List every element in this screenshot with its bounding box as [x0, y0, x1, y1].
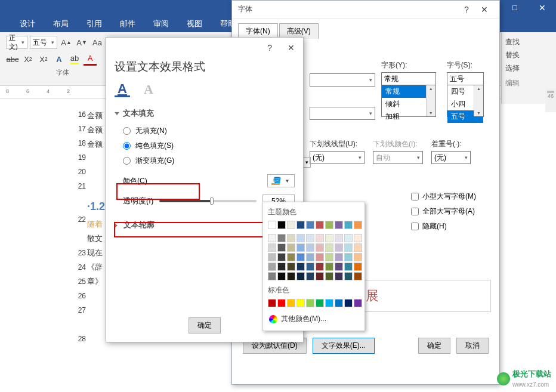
more-colors-button[interactable]: 其他颜色(M)... [268, 312, 360, 326]
color-swatch[interactable] [268, 263, 276, 271]
color-swatch[interactable] [287, 272, 295, 280]
color-swatch[interactable] [296, 243, 305, 252]
emphasis-combo[interactable]: (无)▾ [431, 151, 471, 164]
color-swatch[interactable] [306, 243, 314, 252]
color-swatch[interactable] [296, 299, 305, 307]
color-swatch[interactable] [277, 243, 286, 252]
color-swatch[interactable] [296, 234, 305, 242]
close-window-button[interactable]: ✕ [529, 0, 556, 16]
radio-no-fill[interactable]: 无填充(N) [123, 126, 295, 136]
color-swatch[interactable] [277, 299, 286, 307]
superscript-icon[interactable]: X2 [37, 53, 50, 66]
color-swatch[interactable] [306, 234, 314, 242]
color-swatch[interactable] [268, 221, 276, 229]
color-swatch[interactable] [268, 234, 276, 242]
color-swatch[interactable] [335, 263, 343, 271]
color-swatch[interactable] [325, 243, 333, 252]
font-size-combo[interactable]: 五号▾ [30, 36, 57, 49]
color-swatch[interactable] [277, 253, 286, 261]
color-swatch[interactable] [316, 243, 324, 252]
color-swatch[interactable] [306, 221, 314, 229]
vertical-scrollbar[interactable] [545, 88, 556, 112]
scrollbar[interactable] [474, 85, 483, 116]
color-swatch[interactable] [344, 234, 353, 242]
color-swatch[interactable] [316, 299, 324, 307]
color-picker-button[interactable]: 🪣 ▼ [267, 174, 295, 187]
text-effect-button[interactable]: 文字效果(E)... [313, 338, 375, 354]
color-swatch[interactable] [335, 221, 343, 229]
ok-button[interactable]: 确定 [418, 338, 450, 354]
scrollbar[interactable] [426, 85, 435, 116]
color-swatch[interactable] [335, 299, 343, 307]
color-swatch[interactable] [287, 253, 295, 261]
replace-button[interactable]: 替换 [505, 50, 552, 60]
color-swatch[interactable] [287, 234, 295, 242]
color-swatch[interactable] [354, 263, 362, 271]
color-swatch[interactable] [316, 221, 324, 229]
color-swatch[interactable] [268, 299, 276, 307]
color-swatch[interactable] [335, 243, 343, 252]
ribbon-tab[interactable]: 引用 [78, 16, 111, 32]
color-swatch[interactable] [277, 263, 286, 271]
color-swatch[interactable] [296, 272, 305, 280]
color-swatch[interactable] [306, 272, 314, 280]
color-swatch[interactable] [344, 253, 353, 261]
color-swatch[interactable] [354, 272, 362, 280]
style-input[interactable]: 常规 [381, 72, 436, 85]
radio-solid-fill[interactable]: 纯色填充(S) [123, 141, 295, 151]
color-swatch[interactable] [325, 272, 333, 280]
color-swatch[interactable] [277, 272, 286, 280]
ucolor-combo[interactable]: 自动▾ [373, 151, 423, 164]
font-color-icon[interactable]: A [84, 53, 97, 66]
color-swatch[interactable] [316, 234, 324, 242]
underline-combo[interactable]: (无)▾ [310, 151, 365, 164]
font-combo[interactable]: ▾ [310, 73, 375, 87]
help-icon[interactable]: ? [267, 43, 272, 53]
color-swatch[interactable] [268, 253, 276, 261]
color-swatch[interactable] [306, 253, 314, 261]
chevron-down-icon[interactable]: ▾ [302, 157, 311, 168]
subscript-icon[interactable]: X2 [21, 53, 35, 66]
help-button[interactable]: ? [458, 5, 475, 14]
color-swatch[interactable] [354, 243, 362, 252]
color-swatch[interactable] [354, 299, 362, 307]
color-swatch[interactable] [325, 263, 333, 271]
color-swatch[interactable] [306, 263, 314, 271]
color-swatch[interactable] [354, 234, 362, 242]
increase-font-icon[interactable]: A▲ [60, 36, 73, 49]
color-swatch[interactable] [316, 263, 324, 271]
maximize-button[interactable]: ☐ [501, 0, 529, 16]
ribbon-tab[interactable]: 设计 [11, 16, 44, 32]
text-fill-mode-icon[interactable]: A [115, 82, 130, 97]
ribbon-tab[interactable]: 审阅 [144, 16, 178, 32]
color-swatch[interactable] [344, 243, 353, 252]
chk-hidden[interactable]: 隐藏(H) [411, 221, 476, 232]
color-swatch[interactable] [335, 234, 343, 242]
opacity-slider[interactable] [159, 200, 257, 202]
color-swatch[interactable] [268, 243, 276, 252]
color-swatch[interactable] [344, 221, 353, 229]
color-swatch[interactable] [277, 234, 286, 242]
color-swatch[interactable] [325, 253, 333, 261]
section-text-fill[interactable]: 文本填充 [115, 108, 295, 119]
color-swatch[interactable] [354, 253, 362, 261]
color-swatch[interactable] [335, 272, 343, 280]
close-icon[interactable]: ✕ [288, 43, 295, 53]
ok-button[interactable]: 确定 [189, 317, 221, 334]
cancel-button[interactable]: 取消 [456, 338, 489, 354]
ribbon-tab[interactable]: 视图 [178, 16, 211, 32]
color-swatch[interactable] [316, 272, 324, 280]
close-button[interactable]: ✕ [475, 5, 493, 14]
color-swatch[interactable] [287, 263, 295, 271]
color-swatch[interactable] [287, 221, 295, 229]
text-outline-mode-icon[interactable]: A [141, 82, 156, 97]
radio-gradient-fill[interactable]: 渐变填充(G) [123, 156, 295, 166]
decrease-font-icon[interactable]: A▼ [75, 36, 88, 49]
color-swatch[interactable] [287, 299, 295, 307]
text-effects-icon[interactable]: A [52, 53, 66, 66]
color-swatch[interactable] [296, 263, 305, 271]
color-swatch[interactable] [335, 253, 343, 261]
select-button[interactable]: 选择 [505, 63, 552, 73]
color-swatch[interactable] [287, 243, 295, 252]
chk-smallcaps[interactable]: 小型大写字母(M) [411, 192, 476, 202]
